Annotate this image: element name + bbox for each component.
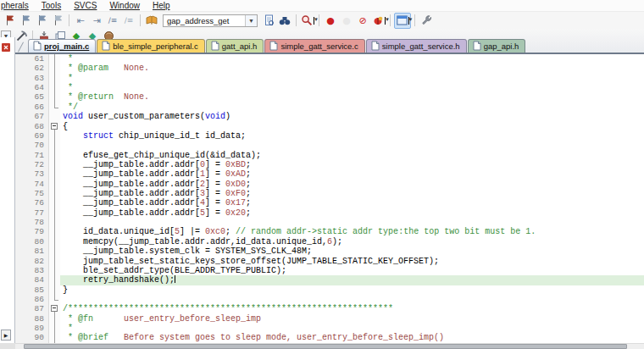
code-text[interactable]: * @param None. (60, 64, 644, 73)
line-number[interactable]: 62 (15, 64, 49, 73)
comment-selection-icon[interactable]: ∕≡ (105, 14, 120, 28)
line-number[interactable]: 72 (15, 160, 49, 169)
tab-ble-simple-peripheral-c[interactable]: ble_simple_peripheral.c (97, 39, 204, 53)
fold-toggle-icon[interactable] (51, 305, 58, 312)
line-number[interactable]: 65 (15, 92, 49, 102)
code-text[interactable]: void user_custom_parameters(void) (60, 112, 644, 121)
panel-scroll-right-button[interactable]: ▶ (1, 330, 11, 341)
line-number[interactable]: 87 (15, 304, 49, 313)
line-number[interactable]: 68 (15, 122, 49, 131)
code-text[interactable]: efuse_get_chip_unique_id(&id_data); (60, 151, 644, 160)
code-text[interactable]: { (60, 122, 644, 131)
find-in-document-icon[interactable] (261, 14, 276, 28)
code-text[interactable]: jump_table_set_static_keys_store_offset(… (60, 257, 644, 266)
project-panel-icon[interactable] (2, 40, 10, 55)
menu-item-help[interactable]: Help (153, 1, 170, 10)
indent-icon[interactable]: ⇥ (89, 14, 104, 28)
insert-breakpoint-icon[interactable]: ● (323, 14, 338, 28)
code-text[interactable]: id_data.unique_id[5] |= 0xc0; // random … (60, 227, 644, 236)
line-number[interactable]: 81 (15, 247, 49, 256)
line-number[interactable]: 73 (15, 169, 49, 179)
fold-toggle-icon[interactable] (51, 123, 58, 130)
line-number[interactable]: 80 (15, 237, 49, 247)
line-number[interactable]: 71 (15, 151, 49, 160)
browse-book-icon[interactable] (144, 14, 159, 28)
code-text[interactable]: __jump_table.addr.addr[2] = 0xD0; (60, 180, 644, 189)
code-text[interactable]: } (60, 285, 644, 295)
chevron-down-icon[interactable]: ▼ (408, 17, 409, 25)
code-text[interactable]: * (60, 324, 644, 333)
code-text[interactable]: * (60, 54, 644, 64)
fold-margin[interactable] (49, 122, 60, 131)
line-number[interactable]: 76 (15, 198, 49, 208)
unindent-icon[interactable]: ⇤ (73, 14, 88, 28)
debug-windows-icon[interactable]: ▼ (394, 13, 411, 29)
chevron-down-icon[interactable]: ▼ (245, 15, 257, 26)
line-number[interactable]: 82 (15, 257, 49, 266)
horizontal-scrollbar[interactable] (15, 343, 644, 349)
chevron-down-icon[interactable]: ▼ (385, 17, 386, 25)
line-number[interactable]: 66 (15, 102, 49, 112)
code-text[interactable]: __jump_table.addr.addr[3] = 0xF0; (60, 189, 644, 198)
line-number[interactable]: 84 (15, 275, 49, 285)
menu-item-svcs[interactable]: SVCS (74, 1, 97, 10)
line-number[interactable]: 85 (15, 285, 49, 295)
code-text[interactable]: * (60, 74, 644, 83)
code-text[interactable]: __jump_table.addr.addr[5] = 0x20; (60, 208, 644, 218)
binoculars-icon[interactable] (277, 14, 292, 28)
line-number[interactable]: 64 (15, 83, 49, 92)
code-text[interactable]: __jump_table.system_clk = SYSTEM_SYS_CLK… (60, 247, 644, 256)
disable-breakpoint-icon[interactable]: ● (339, 14, 354, 28)
code-text[interactable]: __jump_table.addr.addr[0] = 0xBD; (60, 160, 644, 169)
bookmark-next-icon[interactable] (34, 14, 49, 28)
code-text[interactable]: __jump_table.addr.addr[4] = 0x17; (60, 198, 644, 208)
line-number[interactable]: 83 (15, 266, 49, 275)
kill-breakpoints-icon[interactable]: ⊘ (355, 14, 370, 28)
line-number[interactable]: 61 (15, 54, 49, 64)
configure-icon[interactable] (419, 14, 434, 28)
line-number[interactable]: 86 (15, 295, 49, 304)
find-in-files-icon[interactable]: ▼ (300, 14, 315, 28)
line-number[interactable]: 74 (15, 180, 49, 189)
code-text[interactable]: struct chip_unique_id_t id_data; (60, 131, 644, 141)
code-text[interactable]: * @return None. (60, 92, 644, 102)
fold-margin[interactable] (49, 304, 60, 313)
line-number[interactable]: 63 (15, 74, 49, 83)
tab-gap-api-h[interactable]: gap_api.h (468, 39, 526, 53)
horizontal-scrollbar-thumb[interactable] (24, 344, 627, 349)
line-number[interactable]: 89 (15, 324, 49, 333)
menu-item-tools[interactable]: Tools (42, 1, 61, 10)
line-number[interactable]: 88 (15, 314, 49, 324)
line-number[interactable]: 69 (15, 131, 49, 141)
tab-simple-gatt-service-h[interactable]: simple_gatt_service.h (366, 39, 467, 53)
code-text[interactable] (60, 141, 644, 150)
code-text[interactable]: * @fn user_entry_before_sleep_imp (60, 314, 644, 324)
code-text[interactable]: retry_handshake(); (60, 275, 644, 285)
line-number[interactable]: 78 (15, 218, 49, 227)
menu-item-window[interactable]: Window (109, 1, 140, 10)
chevron-down-icon[interactable]: ▼ (314, 17, 314, 25)
code-text[interactable]: * @brief Before system goes to sleep mod… (60, 333, 644, 342)
code-text[interactable]: * (60, 83, 644, 92)
tab-proj-main-c[interactable]: proj_main.c (28, 39, 96, 53)
code-text[interactable]: ble_set_addr_type(BLE_ADDR_TYPE_PUBLIC); (60, 266, 644, 275)
bookmark-prev-icon[interactable] (18, 14, 33, 28)
line-number[interactable]: 67 (15, 112, 49, 121)
line-number[interactable]: 70 (15, 141, 49, 150)
line-number[interactable]: 90 (15, 333, 49, 342)
line-number[interactable]: 75 (15, 189, 49, 198)
tab-simple-gatt-service-c[interactable]: simple_gatt_service.c (264, 39, 364, 53)
code-text[interactable]: */ (60, 102, 644, 112)
line-number[interactable]: 77 (15, 208, 49, 218)
function-search-combo[interactable]: gap_address_get▼ (163, 14, 258, 27)
menu-item-peripherals[interactable]: pherals (1, 1, 29, 10)
code-text[interactable]: /***************************************… (60, 304, 644, 313)
line-number[interactable]: 79 (15, 227, 49, 236)
code-text[interactable] (60, 218, 644, 227)
bookmark-clear-icon[interactable] (50, 14, 65, 28)
code-text[interactable]: __jump_table.addr.addr[1] = 0xAD; (60, 169, 644, 179)
debug-icon[interactable]: ▼ (371, 14, 386, 28)
code-editor[interactable]: 61 *62 * @param None.63 *64 *65 * @retur… (15, 54, 644, 343)
uncomment-selection-icon[interactable]: ∕≡ (121, 14, 136, 28)
bookmark-flag-icon[interactable] (2, 14, 17, 28)
